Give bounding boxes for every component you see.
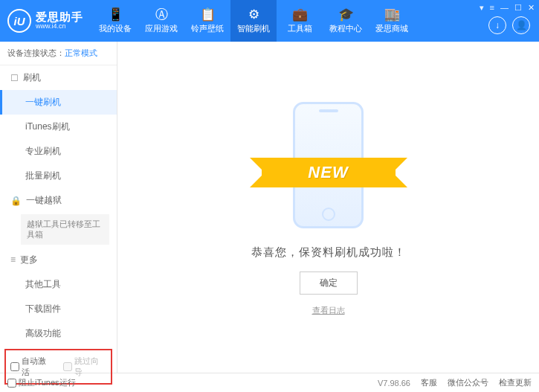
sidebar-item-other-tools[interactable]: 其他工具 [0,272,117,297]
top-nav: 📱我的设备 Ⓐ应用游戏 📋铃声壁纸 ⚙智能刷机 💼工具箱 🎓教程中心 🏬爱思商城 [92,0,415,42]
nav-toolbox[interactable]: 💼工具箱 [277,0,323,42]
sidebar-item-oneclick-flash[interactable]: 一键刷机 [0,90,117,115]
ok-button[interactable]: 确定 [300,271,358,295]
footer-link-update[interactable]: 检查更新 [499,377,532,388]
nav-tutorials[interactable]: 🎓教程中心 [323,0,369,42]
connection-status: 设备连接状态：正常模式 [0,42,117,65]
nav-ringtones[interactable]: 📋铃声壁纸 [184,0,230,42]
checkbox-skip-guide[interactable]: 跳过向导 [63,356,107,378]
tutorials-icon: 🎓 [338,8,354,21]
section-more[interactable]: ≡ 更多 [0,248,117,272]
settings-icon[interactable]: ≡ [490,3,494,13]
success-illustration: NEW [254,98,403,232]
checkbox-auto-activate[interactable]: 自动激活 [10,356,54,378]
user-button[interactable]: 👤 [512,16,530,34]
success-message: 恭喜您，保资料刷机成功啦！ [251,245,406,260]
app-header: iU 爱思助手 www.i4.cn 📱我的设备 Ⓐ应用游戏 📋铃声壁纸 ⚙智能刷… [0,0,539,42]
version-label: V7.98.66 [378,379,410,388]
main-content: NEW 恭喜您，保资料刷机成功啦！ 确定 查看日志 [117,42,539,373]
maximize-icon[interactable]: ☐ [514,3,522,13]
checkbox-block-itunes[interactable]: 阻止iTunes运行 [7,377,76,388]
nav-apps[interactable]: Ⓐ应用游戏 [138,0,184,42]
minimize-icon[interactable]: — [500,3,509,13]
ringtones-icon: 📋 [200,8,216,21]
close-icon[interactable]: ✕ [528,3,535,13]
app-url: www.i4.cn [36,23,83,30]
logo: iU 爱思助手 www.i4.cn [7,9,83,33]
lock-icon: 🔒 [10,196,22,206]
jailbreak-note: 越狱工具已转移至工具箱 [21,214,109,245]
section-jailbreak[interactable]: 🔒 一键越狱 [0,188,117,213]
apps-icon: Ⓐ [155,8,168,21]
section-flash[interactable]: ☐ 刷机 [0,65,117,90]
sidebar-item-itunes-flash[interactable]: iTunes刷机 [0,115,117,139]
toolbox-icon: 💼 [292,8,308,21]
store-icon: 🏬 [384,8,400,21]
view-log-link[interactable]: 查看日志 [312,305,345,316]
sidebar-item-advanced[interactable]: 高级功能 [0,321,117,346]
sidebar-item-pro-flash[interactable]: 专业刷机 [0,139,117,164]
sidebar-item-batch-flash[interactable]: 批量刷机 [0,164,117,188]
nav-my-device[interactable]: 📱我的设备 [92,0,138,42]
nav-flash[interactable]: ⚙智能刷机 [230,0,277,42]
sidebar: 设备连接状态：正常模式 ☐ 刷机 一键刷机 iTunes刷机 专业刷机 批量刷机… [0,42,117,373]
window-controls: ▾ ≡ — ☐ ✕ [480,3,535,13]
app-title: 爱思助手 [36,11,83,24]
footer-link-wechat[interactable]: 微信公众号 [448,377,488,388]
device-icon: 📱 [108,8,123,21]
more-icon: ≡ [10,254,16,265]
nav-store[interactable]: 🏬爱思商城 [369,0,415,42]
flash-icon: ⚙ [248,8,259,21]
sidebar-item-download-firmware[interactable]: 下载固件 [0,297,117,321]
flash-section-icon: ☐ [10,73,19,83]
logo-icon: iU [7,9,31,33]
download-button[interactable]: ↓ [488,16,506,34]
new-ribbon: NEW [262,158,396,187]
menu-icon[interactable]: ▾ [480,3,484,13]
footer-link-support[interactable]: 客服 [421,377,437,388]
